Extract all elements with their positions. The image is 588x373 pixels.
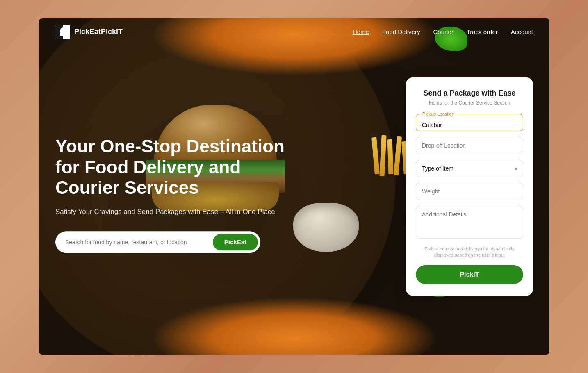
nav-link-food-delivery[interactable]: Food Delivery [382,28,420,35]
navbar: PickEatPickIT Home Food Delivery Courier… [39,18,549,45]
fry-3 [387,139,394,174]
sauce-bowl [293,203,359,252]
weight-input[interactable] [416,183,523,200]
item-type-field: Type of Item Documents Electronics Food … [416,160,523,177]
pickit-button[interactable]: PickIT [416,265,523,284]
item-type-select[interactable]: Type of Item Documents Electronics Food … [416,160,523,177]
additional-details-field [416,206,523,240]
nav-item-account[interactable]: Account [511,28,533,36]
logo[interactable]: PickEatPickIT [55,25,123,39]
search-bar: PickEat [55,232,260,253]
main-container: PickEatPickIT Home Food Delivery Courier… [39,18,549,355]
package-form: Send a Package with Ease Fields for the … [406,77,533,296]
logo-text: PickEatPickIT [74,27,123,36]
dropoff-location-field [416,137,523,154]
nav-item-courier[interactable]: Courier [433,28,453,36]
search-input[interactable] [65,239,213,246]
nav-link-track-order[interactable]: Track order [467,28,498,35]
pickup-location-field: Pickup Location [416,114,523,131]
nav-link-home[interactable]: Home [353,28,369,35]
additional-details-textarea[interactable] [416,206,523,239]
nav-link-account[interactable]: Account [511,28,533,35]
hero-content: Your One-Stop Destination for Food Deliv… [55,136,293,253]
dropoff-location-input[interactable] [416,137,523,154]
fry-1 [371,137,380,175]
item-type-select-wrapper: Type of Item Documents Electronics Food … [416,160,523,177]
form-title: Send a Package with Ease [416,89,523,98]
hero-subtitle: Satisfy Your Cravings and Send Packages … [55,207,293,217]
nav-link-courier[interactable]: Courier [433,28,453,35]
logo-icon [55,25,70,39]
weight-field [416,183,523,200]
fry-4 [394,136,402,176]
form-subtitle: Fields for the Courier Service Section [416,100,523,106]
nav-item-track-order[interactable]: Track order [467,28,498,36]
nav-links: Home Food Delivery Courier Track order A… [353,28,533,36]
nav-item-home[interactable]: Home [353,28,369,36]
pickeat-button[interactable]: PickEat [213,234,258,251]
nav-item-food-delivery[interactable]: Food Delivery [382,28,420,36]
form-note: Estimated cost and delivery time dynamic… [416,246,523,259]
hero-title: Your One-Stop Destination for Food Deliv… [55,136,293,198]
pickup-location-input[interactable] [416,114,523,131]
fry-2 [379,135,386,176]
